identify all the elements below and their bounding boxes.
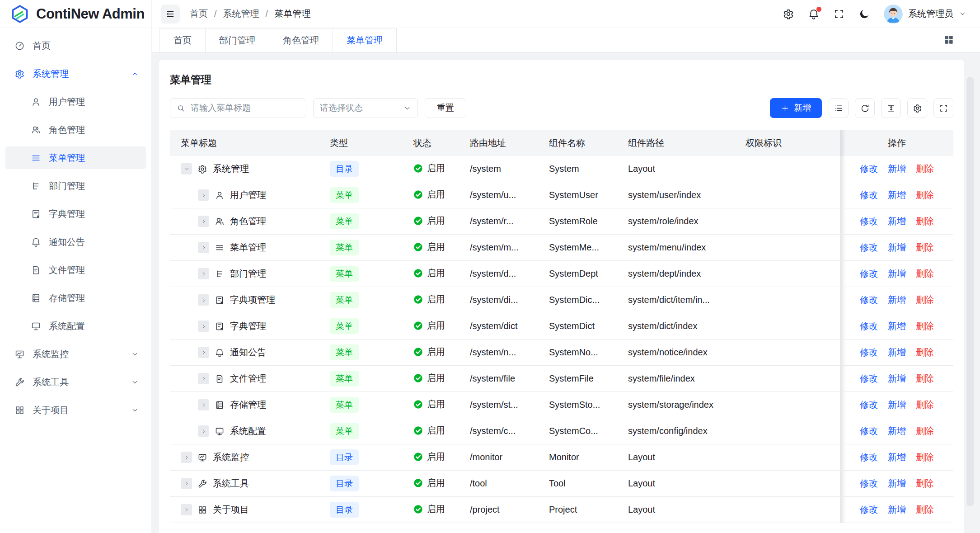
edit-link[interactable]: 修改 xyxy=(860,505,878,514)
edit-link[interactable]: 修改 xyxy=(860,347,878,357)
delete-link[interactable]: 删除 xyxy=(916,347,934,357)
sidebar-item-monitor[interactable]: 系统监控 xyxy=(5,343,146,365)
edit-link[interactable]: 修改 xyxy=(860,190,878,200)
sidebar-item-menu[interactable]: 菜单管理 xyxy=(5,146,146,169)
delete-link[interactable]: 删除 xyxy=(916,373,934,383)
column-settings-button[interactable] xyxy=(907,98,927,118)
delete-link[interactable]: 删除 xyxy=(916,400,934,410)
row-expand-button[interactable] xyxy=(198,242,209,253)
sidebar-item-dept[interactable]: 部门管理 xyxy=(5,175,146,197)
row-expand-button[interactable] xyxy=(198,189,209,201)
sidebar-item-home[interactable]: 首页 xyxy=(5,34,146,57)
delete-link[interactable]: 删除 xyxy=(916,216,934,226)
table-row: 部门管理菜单启用/system/d...SystemDeptsystem/dep… xyxy=(170,261,953,287)
row-expand-button[interactable] xyxy=(198,216,209,227)
add-link[interactable]: 新增 xyxy=(888,452,906,462)
delete-link[interactable]: 删除 xyxy=(916,321,934,331)
breadcrumb-item[interactable]: 菜单管理 xyxy=(274,8,310,20)
user-menu[interactable]: 系统管理员 xyxy=(884,5,966,24)
sidebar-item-file[interactable]: 文件管理 xyxy=(5,259,146,281)
sidebar-item-label: 通知公告 xyxy=(49,236,85,248)
sidebar-item-tool[interactable]: 系统工具 xyxy=(5,371,146,393)
delete-link[interactable]: 删除 xyxy=(916,242,934,252)
add-link[interactable]: 新增 xyxy=(888,295,906,305)
refresh-button[interactable] xyxy=(855,98,875,118)
scrollbar-thumb[interactable] xyxy=(966,77,974,506)
settings-button[interactable] xyxy=(783,8,794,20)
edit-link[interactable]: 修改 xyxy=(860,321,878,331)
delete-link[interactable]: 删除 xyxy=(916,478,934,488)
edit-link[interactable]: 修改 xyxy=(860,269,878,278)
add-link[interactable]: 新增 xyxy=(888,190,906,200)
sidebar-item-system[interactable]: 系统管理 xyxy=(5,62,146,85)
delete-link[interactable]: 删除 xyxy=(916,190,934,200)
add-link[interactable]: 新增 xyxy=(888,164,906,174)
delete-link[interactable]: 删除 xyxy=(916,452,934,462)
row-expand-button[interactable] xyxy=(198,425,209,437)
notification-button[interactable] xyxy=(808,8,820,20)
row-expand-button[interactable] xyxy=(181,452,192,463)
breadcrumb-item[interactable]: 首页 xyxy=(190,8,208,20)
delete-link[interactable]: 删除 xyxy=(916,295,934,305)
edit-link[interactable]: 修改 xyxy=(860,478,878,488)
add-link[interactable]: 新增 xyxy=(888,400,906,410)
edit-link[interactable]: 修改 xyxy=(860,216,878,226)
sidebar-item-role[interactable]: 角色管理 xyxy=(5,118,146,141)
tab-list-icon[interactable] xyxy=(943,34,955,46)
edit-link[interactable]: 修改 xyxy=(860,164,878,174)
sidebar-item-about[interactable]: 关于项目 xyxy=(5,399,146,421)
tab-menu[interactable]: 菜单管理 xyxy=(333,28,397,52)
breadcrumb-item[interactable]: 系统管理 xyxy=(223,8,259,20)
fullscreen-table-button[interactable] xyxy=(933,98,953,118)
search-input[interactable] xyxy=(170,98,306,118)
reset-button[interactable]: 重置 xyxy=(425,98,466,118)
add-link[interactable]: 新增 xyxy=(888,321,906,331)
add-link[interactable]: 新增 xyxy=(888,216,906,226)
sidebar-item-dict[interactable]: 字典管理 xyxy=(5,203,146,225)
menu-title: 部门管理 xyxy=(230,268,266,280)
list-view-button[interactable] xyxy=(829,98,849,118)
row-expand-button[interactable] xyxy=(181,478,192,489)
add-link[interactable]: 新增 xyxy=(888,373,906,383)
sidebar-item-config[interactable]: 系统配置 xyxy=(5,315,146,337)
add-link[interactable]: 新增 xyxy=(888,505,906,514)
add-link[interactable]: 新增 xyxy=(888,347,906,357)
edit-link[interactable]: 修改 xyxy=(860,295,878,305)
add-link[interactable]: 新增 xyxy=(888,242,906,252)
status-select[interactable]: 请选择状态 xyxy=(313,98,418,118)
sidebar-item-storage[interactable]: 存储管理 xyxy=(5,287,146,309)
edit-link[interactable]: 修改 xyxy=(860,452,878,462)
fullscreen-button[interactable] xyxy=(833,8,845,20)
row-expand-button[interactable] xyxy=(198,373,209,384)
add-link[interactable]: 新增 xyxy=(888,269,906,278)
add-link[interactable]: 新增 xyxy=(888,478,906,488)
row-expand-button[interactable] xyxy=(198,399,209,410)
edit-link[interactable]: 修改 xyxy=(860,426,878,436)
sidebar-item-user[interactable]: 用户管理 xyxy=(5,90,146,113)
sidebar-item-notice[interactable]: 通知公告 xyxy=(5,231,146,253)
monitor-icon xyxy=(14,349,25,359)
delete-link[interactable]: 删除 xyxy=(916,505,934,514)
row-expand-button[interactable] xyxy=(181,163,192,175)
menu-title-field[interactable] xyxy=(190,103,300,113)
tab-dept[interactable]: 部门管理 xyxy=(205,28,269,52)
tab-home[interactable]: 首页 xyxy=(159,28,206,52)
edit-link[interactable]: 修改 xyxy=(860,400,878,410)
delete-link[interactable]: 删除 xyxy=(916,164,934,174)
tab-role[interactable]: 角色管理 xyxy=(269,28,333,52)
delete-link[interactable]: 删除 xyxy=(916,269,934,278)
add-link[interactable]: 新增 xyxy=(888,426,906,436)
delete-link[interactable]: 删除 xyxy=(916,426,934,436)
edit-link[interactable]: 修改 xyxy=(860,242,878,252)
add-button[interactable]: 新增 xyxy=(770,98,822,118)
row-expand-button[interactable] xyxy=(198,321,209,332)
row-expand-button[interactable] xyxy=(198,294,209,306)
sidebar-collapse-button[interactable] xyxy=(161,5,180,24)
edit-link[interactable]: 修改 xyxy=(860,373,878,383)
row-height-button[interactable] xyxy=(881,98,901,118)
row-expand-button[interactable] xyxy=(198,268,209,279)
dark-mode-button[interactable] xyxy=(858,8,870,20)
row-expand-button[interactable] xyxy=(198,347,209,358)
type-badge: 目录 xyxy=(330,161,359,177)
row-expand-button[interactable] xyxy=(181,504,192,515)
